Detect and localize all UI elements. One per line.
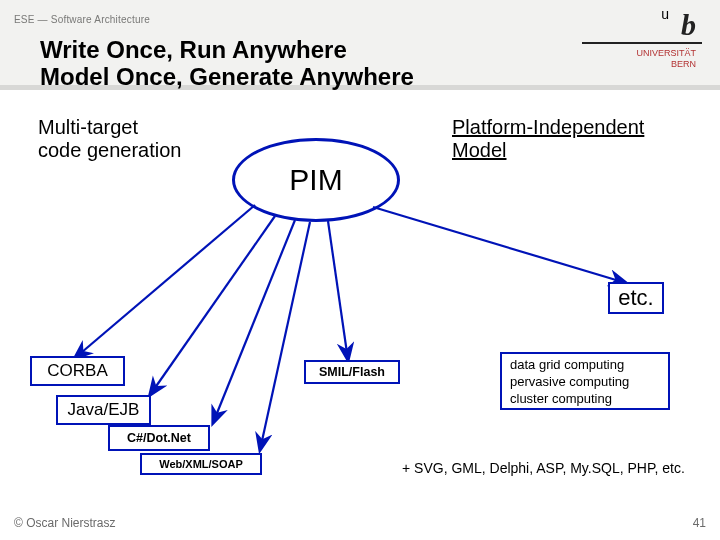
slide-title: Write Once, Run Anywhere Model Once, Gen… (40, 36, 414, 90)
svg-line-1 (150, 216, 275, 395)
etc-expansion-1: data grid computing (510, 357, 624, 372)
target-corba-label: CORBA (47, 361, 107, 381)
pim-node: PIM (232, 138, 400, 222)
etc-expansion-2: pervasive computing (510, 374, 629, 389)
target-csharp-label: C#/Dot.Net (127, 431, 191, 445)
label-platform-independent-model: Platform-Independent Model (452, 116, 644, 162)
footnote-plus: + SVG, GML, Delphi, ASP, My.SQL, PHP, et… (402, 460, 685, 476)
logo-rule (582, 42, 702, 44)
label-multi-target: Multi-target code generation (38, 116, 181, 162)
copyright: © Oscar Nierstrasz (14, 516, 116, 530)
target-smil-flash: SMIL/Flash (304, 360, 400, 384)
svg-line-0 (75, 205, 255, 358)
target-corba: CORBA (30, 356, 125, 386)
target-java-ejb-label: Java/EJB (68, 400, 140, 420)
sub-right-1: Platform-Independent (452, 116, 644, 138)
svg-line-2 (213, 220, 295, 423)
target-etc-label: etc. (618, 285, 653, 311)
target-web-xml-soap: Web/XML/SOAP (140, 453, 262, 475)
pim-label: PIM (283, 163, 348, 197)
logo-b-glyph: b (681, 8, 696, 41)
target-java-ejb: Java/EJB (56, 395, 151, 425)
target-csharp-dotnet: C#/Dot.Net (108, 425, 210, 451)
etc-expansion-3: cluster computing (510, 391, 612, 406)
logo-university-text: UNIVERSITÄT BERN (582, 48, 702, 70)
logo-b-icon: ub (582, 8, 702, 42)
svg-line-4 (328, 221, 348, 360)
logo-u-sup: u (661, 6, 669, 22)
page-number: 41 (693, 516, 706, 530)
sub-left-1: Multi-target (38, 116, 138, 138)
footnote-plus-text: + SVG, GML, Delphi, ASP, My.SQL, PHP, et… (402, 460, 685, 476)
svg-line-5 (373, 207, 626, 283)
target-etc: etc. (608, 282, 664, 314)
logo-uni-2: BERN (671, 59, 696, 69)
course-tag: ESE — Software Architecture (14, 14, 150, 25)
title-line-2: Model Once, Generate Anywhere (40, 63, 414, 90)
title-line-1: Write Once, Run Anywhere (40, 36, 347, 63)
logo-uni-1: UNIVERSITÄT (636, 48, 696, 58)
sub-left-2: code generation (38, 139, 181, 161)
etc-expansion: data grid computing pervasive computing … (500, 352, 670, 410)
university-logo: ub UNIVERSITÄT BERN (582, 8, 702, 70)
target-smil-label: SMIL/Flash (319, 365, 385, 379)
svg-line-3 (260, 222, 310, 450)
sub-right-2: Model (452, 139, 506, 161)
target-web-label: Web/XML/SOAP (159, 458, 243, 470)
